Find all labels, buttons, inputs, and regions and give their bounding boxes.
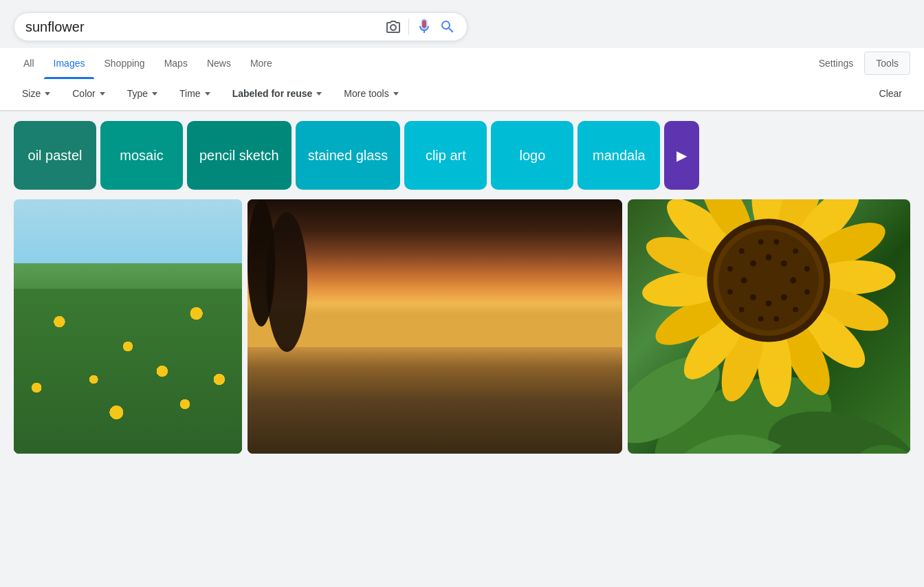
chip-row: oil pastel mosaic pencil sketch stained … xyxy=(0,111,924,199)
tab-maps[interactable]: Maps xyxy=(155,48,197,78)
svg-point-82 xyxy=(739,307,745,312)
svg-point-74 xyxy=(750,261,756,267)
svg-point-85 xyxy=(739,248,745,254)
more-tools-chevron xyxy=(393,92,399,96)
search-icons xyxy=(385,19,456,35)
svg-point-4 xyxy=(72,405,94,427)
svg-point-72 xyxy=(750,294,756,300)
svg-point-70 xyxy=(781,294,787,300)
color-chevron xyxy=(100,92,105,96)
svg-point-6 xyxy=(116,411,139,434)
image-grid xyxy=(0,199,924,467)
svg-point-83 xyxy=(727,289,733,295)
settings-link[interactable]: Settings xyxy=(813,52,859,74)
time-filter[interactable]: Time xyxy=(171,84,219,103)
svg-point-19 xyxy=(59,327,78,346)
chip-clip-art[interactable]: clip art xyxy=(404,121,487,190)
svg-point-9 xyxy=(196,399,237,440)
chip-pencil-sketch[interactable]: pencil sketch xyxy=(187,121,292,190)
search-submit-icon[interactable] xyxy=(439,19,456,35)
svg-point-8 xyxy=(162,402,182,423)
svg-point-77 xyxy=(804,266,810,272)
svg-point-23 xyxy=(157,324,173,340)
chip-mosaic[interactable]: mosaic xyxy=(100,121,183,190)
color-filter[interactable]: Color xyxy=(64,84,113,103)
svg-point-18 xyxy=(189,366,203,380)
tools-button[interactable]: Tools xyxy=(864,52,910,75)
size-chevron xyxy=(45,92,50,96)
filter-bar: Size Color Type Time Labeled for reuse M… xyxy=(0,78,924,111)
image-sunflower-sunset[interactable] xyxy=(248,199,622,454)
svg-point-75 xyxy=(773,239,779,245)
camera-icon[interactable] xyxy=(385,19,402,35)
svg-point-84 xyxy=(727,266,733,272)
svg-point-22 xyxy=(113,329,121,337)
image-sunflower-closeup[interactable] xyxy=(628,199,910,454)
image-sunflower-field[interactable] xyxy=(14,199,242,454)
chip-stained-glass[interactable]: stained glass xyxy=(296,121,401,190)
svg-point-15 xyxy=(139,355,164,380)
type-chevron xyxy=(152,92,157,96)
nav-tabs: All Images Shopping Maps News More xyxy=(14,48,813,78)
svg-point-80 xyxy=(773,316,779,322)
svg-point-66 xyxy=(718,230,819,331)
divider xyxy=(408,19,409,35)
svg-point-67 xyxy=(765,254,771,261)
tab-more[interactable]: More xyxy=(241,48,282,78)
svg-point-68 xyxy=(781,261,787,267)
tab-shopping[interactable]: Shopping xyxy=(94,48,154,78)
svg-point-86 xyxy=(758,239,764,245)
chip-mandala[interactable]: mandala xyxy=(578,121,660,190)
svg-point-26 xyxy=(208,332,218,342)
mic-icon[interactable] xyxy=(416,19,432,35)
clear-button[interactable]: Clear xyxy=(871,84,910,103)
nav-bar: All Images Shopping Maps News More Setti… xyxy=(0,48,924,111)
labeled-chevron xyxy=(316,92,322,96)
tab-images[interactable]: Images xyxy=(44,48,95,78)
svg-point-5 xyxy=(105,401,149,445)
chip-logo[interactable]: logo xyxy=(491,121,573,190)
chip-extra[interactable]: ▶ xyxy=(664,121,699,190)
svg-point-11 xyxy=(36,359,67,390)
labeled-filter[interactable]: Labeled for reuse xyxy=(224,84,331,103)
svg-point-16 xyxy=(145,362,157,374)
type-filter[interactable]: Type xyxy=(119,84,166,103)
svg-point-78 xyxy=(804,289,810,295)
svg-point-71 xyxy=(765,300,771,307)
svg-point-81 xyxy=(758,316,764,322)
time-chevron xyxy=(205,92,210,96)
svg-point-24 xyxy=(161,328,169,336)
svg-point-13 xyxy=(89,357,117,385)
svg-point-25 xyxy=(204,327,223,346)
search-input[interactable]: sunflower xyxy=(25,19,385,35)
search-area: sunflower xyxy=(0,0,924,48)
svg-point-17 xyxy=(182,359,210,387)
svg-point-20 xyxy=(64,332,74,342)
svg-point-1 xyxy=(14,406,58,454)
svg-point-2 xyxy=(22,417,47,442)
chip-oil-pastel[interactable]: oil pastel xyxy=(14,121,96,190)
svg-point-69 xyxy=(790,277,796,283)
svg-point-21 xyxy=(108,324,126,342)
svg-point-12 xyxy=(44,367,59,382)
svg-point-7 xyxy=(153,393,191,432)
svg-point-3 xyxy=(62,395,103,436)
tab-all[interactable]: All xyxy=(14,48,44,78)
nav-right: Settings Tools xyxy=(813,52,910,75)
svg-point-76 xyxy=(793,248,798,254)
svg-point-79 xyxy=(793,307,798,312)
svg-point-73 xyxy=(741,277,747,283)
svg-point-14 xyxy=(96,364,110,378)
search-box: sunflower xyxy=(14,12,468,41)
tab-news[interactable]: News xyxy=(197,48,241,78)
svg-point-10 xyxy=(206,408,228,430)
more-tools-filter[interactable]: More tools xyxy=(336,84,406,103)
size-filter[interactable]: Size xyxy=(14,84,58,103)
